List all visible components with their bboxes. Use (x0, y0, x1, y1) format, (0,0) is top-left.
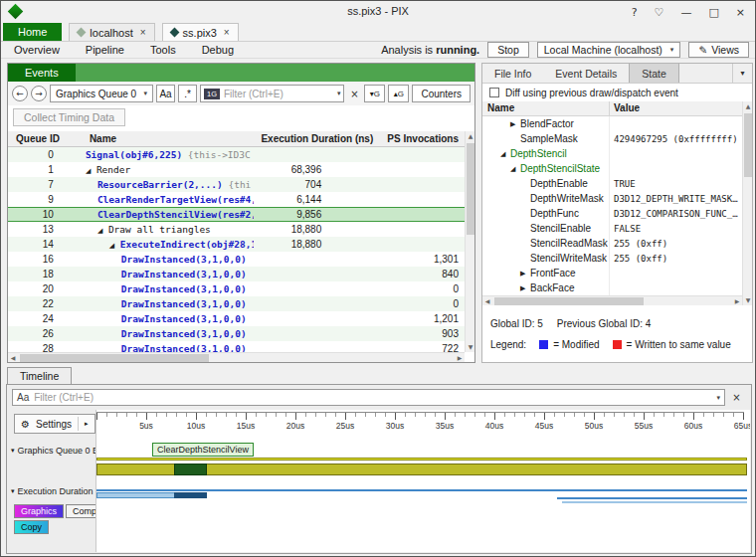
expand-arrow-icon[interactable]: ▶ (510, 120, 520, 128)
back-button[interactable]: ← (12, 86, 28, 101)
timeline-segment-eop-highlight[interactable] (174, 464, 207, 475)
event-row[interactable]: 10ClearDepthStencilView(res#2,9,856 (8, 207, 465, 222)
scrollbar-thumb[interactable] (20, 354, 209, 362)
state-row[interactable]: DepthEnableTRUE (482, 176, 742, 191)
feedback-icon[interactable]: ♡ (655, 6, 664, 19)
machine-select[interactable]: Local Machine (localhost)▾ (537, 42, 681, 58)
scroll-left-icon[interactable]: ◀ (482, 296, 492, 306)
event-row[interactable]: 22DrawInstanced(3,1,0,0)0 (8, 296, 465, 311)
chevron-down-icon[interactable]: ▾ (337, 90, 341, 97)
timeline-segment-exec-line[interactable] (96, 489, 747, 491)
scrollbar-thumb[interactable] (467, 143, 474, 235)
state-row[interactable]: DepthWriteMaskD3D12_DEPTH_WRITE_MASK… (482, 191, 742, 206)
timeline-segment-exec-bar-dark[interactable] (174, 492, 207, 498)
collapse-track-icon[interactable]: ▾ (11, 487, 15, 495)
views-button[interactable]: ✎Views (688, 42, 749, 58)
scroll-right-icon[interactable]: ▶ (732, 296, 742, 306)
tab-file-info[interactable]: File Info (482, 64, 543, 83)
event-row[interactable]: 20DrawInstanced(3,1,0,0)0 (8, 281, 465, 296)
menu-pipeline[interactable]: Pipeline (73, 44, 137, 56)
event-row[interactable]: 16DrawInstanced(3,1,0,0)1,301 (8, 252, 465, 267)
collect-timing-data-button[interactable]: Collect Timing Data (13, 108, 125, 126)
maximize-button[interactable]: □ (708, 6, 718, 19)
state-row[interactable]: StencilReadMask255 (0xff) (482, 236, 742, 251)
menu-debug[interactable]: Debug (189, 44, 247, 56)
scrollbar-thumb[interactable] (744, 113, 752, 177)
timeline-settings-button[interactable]: ⚙ Settings ▸ (14, 414, 95, 434)
tab-event-details[interactable]: Event Details (543, 64, 629, 83)
scroll-down-icon[interactable]: ▼ (743, 295, 753, 305)
scroll-down-icon[interactable]: ▼ (466, 342, 475, 352)
event-row[interactable]: 24DrawInstanced(3,1,0,0)1,201 (8, 311, 465, 326)
expand-arrow-icon[interactable]: ◢ (97, 227, 108, 235)
state-row[interactable]: ◢DepthStencilState (482, 161, 742, 176)
event-row[interactable]: 18DrawInstanced(3,1,0,0)840 (8, 267, 465, 281)
event-row[interactable]: 7ResourceBarrier(2,...) {thi704 (8, 177, 465, 192)
scroll-up-icon[interactable]: ▲ (743, 101, 753, 111)
state-row[interactable]: ◢DepthStencil (482, 146, 742, 161)
close-tab-icon[interactable]: × (140, 27, 146, 38)
timeline-segment-exec-line2[interactable] (557, 497, 747, 499)
expand-arrow-icon[interactable]: ▶ (520, 270, 530, 278)
state-row[interactable]: DepthFuncD3D12_COMPARISON_FUNC_… (482, 206, 742, 221)
event-row[interactable]: 0Signal(obj#6,225) {this->ID3C (8, 147, 465, 162)
state-row[interactable]: ▶BlendFactor (482, 116, 742, 131)
close-tab-icon[interactable]: × (224, 27, 230, 38)
expand-arrow-icon[interactable]: ◢ (109, 242, 120, 250)
timeline-segment-eop-line[interactable] (96, 458, 747, 461)
menu-tools[interactable]: Tools (137, 44, 189, 56)
chevron-down-icon[interactable]: ▾ (716, 394, 720, 402)
events-filter-input[interactable]: 1G Filter (Ctrl+E) ▾ (200, 85, 344, 102)
event-row[interactable]: 1◢Render68,396 (8, 162, 465, 177)
event-row[interactable]: 13◢Draw all triangles18,880 (8, 222, 465, 237)
timeline-segment-exec-line3[interactable] (562, 501, 747, 503)
events-tab[interactable]: Events (8, 64, 76, 82)
state-row[interactable]: StencilEnableFALSE (482, 221, 742, 236)
expand-arrow-icon[interactable]: ◢ (86, 167, 96, 175)
state-horizontal-scrollbar[interactable]: ◀ ▶ (482, 295, 742, 305)
help-button[interactable]: ? (632, 6, 638, 19)
expand-arrow-icon[interactable]: ◢ (510, 165, 520, 173)
next-match-button[interactable]: ▴G (388, 85, 409, 102)
queue-select[interactable]: Graphics Queue 0▾ (50, 85, 153, 102)
timeline-close-button[interactable]: × (729, 390, 744, 405)
tab-overflow-dropdown[interactable]: ▾ (732, 64, 752, 83)
expand-arrow-icon[interactable]: ◢ (500, 150, 510, 158)
clear-filter-button[interactable]: × (347, 89, 361, 99)
timeline-tracks[interactable]: ClearDepthStencilView 5us10us15us20us25u… (95, 410, 750, 552)
state-row[interactable]: SampleMask4294967295 (0xffffffff) (482, 131, 742, 146)
scrollbar-thumb[interactable] (494, 297, 644, 305)
timeline-tab[interactable]: Timeline (7, 367, 72, 385)
expand-arrow-icon[interactable]: ▶ (520, 284, 530, 292)
stop-button[interactable]: Stop (487, 42, 529, 58)
events-vertical-scrollbar[interactable]: ▲ ▼ (465, 131, 474, 352)
scroll-left-icon[interactable]: ◀ (8, 353, 18, 363)
scroll-right-icon[interactable]: ▶ (455, 353, 465, 363)
regex-button[interactable]: .* (178, 85, 197, 102)
event-row[interactable]: 9ClearRenderTargetView(res#4,6,144 (8, 192, 465, 207)
scroll-up-icon[interactable]: ▲ (466, 131, 475, 141)
state-vertical-scrollbar[interactable]: ▲ ▼ (742, 101, 752, 305)
prev-match-button[interactable]: ▾G (364, 85, 385, 102)
diff-checkbox[interactable] (489, 88, 499, 97)
timeline-filter-input[interactable]: Aa Filter (Ctrl+E) ▾ (12, 389, 725, 406)
match-case-button[interactable]: Aa (156, 85, 175, 102)
tab-localhost[interactable]: localhost × (69, 23, 154, 41)
chevron-right-icon[interactable]: ▸ (85, 420, 89, 428)
tab-state[interactable]: State (629, 64, 679, 83)
minimize-button[interactable]: — (680, 6, 691, 19)
counters-button[interactable]: Counters (412, 85, 471, 102)
event-row[interactable]: 28DrawInstanced(3,1,0,0)722 (8, 341, 465, 352)
tab-sspix3[interactable]: ss.pix3 × (162, 23, 239, 41)
tab-home[interactable]: Home (3, 23, 62, 41)
state-row[interactable]: ▶BackFace (482, 280, 742, 295)
events-horizontal-scrollbar[interactable]: ◀ ▶ (8, 352, 465, 362)
match-case-button[interactable]: Aa (17, 392, 29, 403)
forward-button[interactable]: → (31, 86, 47, 101)
state-row[interactable]: ▶FrontFace (482, 266, 742, 280)
event-row[interactable]: 14◢ExecuteIndirect(obj#28,10218,880 (8, 237, 465, 252)
state-row[interactable]: StencilWriteMask255 (0xff) (482, 251, 742, 266)
menu-overview[interactable]: Overview (1, 44, 73, 56)
filter-scope-badge[interactable]: 1G (204, 89, 220, 99)
event-row[interactable]: 26DrawInstanced(3,1,0,0)903 (8, 326, 465, 341)
